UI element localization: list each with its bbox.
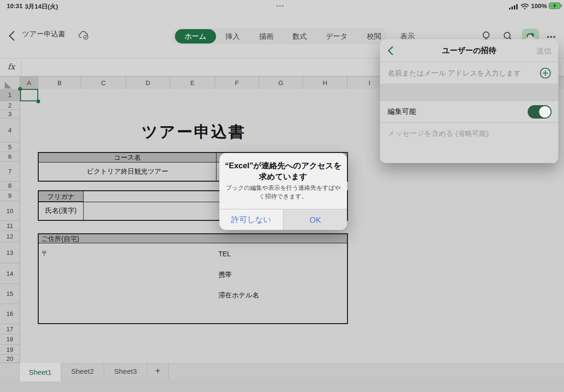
row-header-5[interactable]: 5: [0, 142, 20, 152]
row-header-3[interactable]: 3: [0, 110, 20, 119]
mobile-label: 携帯: [218, 271, 232, 279]
column-header-F[interactable]: F: [215, 76, 259, 89]
alert-body: ブックの編集や表示を行う連絡先をすばや く招待できます。: [219, 184, 347, 201]
status-bar: 10:31 3月14日(火) ••• 100%: [0, 0, 564, 11]
course-header-label: コース名: [39, 153, 216, 162]
row-header-12[interactable]: 12: [0, 231, 20, 242]
battery-percent: 100%: [531, 2, 547, 10]
alert-title: “Excel”が連絡先へのアクセスを 求めています: [219, 160, 347, 182]
row-header-15[interactable]: 15: [0, 284, 20, 304]
add-contact-icon[interactable]: [539, 67, 552, 79]
contacts-permission-alert: “Excel”が連絡先へのアクセスを 求めています ブックの編集や表示を行う連絡…: [219, 153, 347, 230]
tel-label: TEL: [218, 250, 231, 258]
multitask-dots-icon: •••: [276, 3, 285, 9]
column-header-B[interactable]: B: [38, 76, 81, 89]
alert-buttons: 許可しない OK: [219, 209, 347, 230]
row-header-8[interactable]: 8: [0, 182, 20, 190]
row-header-11[interactable]: 11: [0, 221, 20, 231]
alert-title-line1: “Excel”が連絡先へのアクセスを: [219, 160, 347, 171]
invite-input-row[interactable]: 名前またはメール アドレスを入力します: [380, 63, 558, 84]
form-title-cell[interactable]: ツアー申込書: [115, 121, 272, 143]
panel-header: ユーザーの招待 送信: [380, 39, 558, 62]
send-button[interactable]: 送信: [536, 46, 552, 56]
sheet-tab-Sheet2[interactable]: Sheet2: [61, 363, 104, 379]
alert-body-line2: く招待できます。: [219, 192, 347, 201]
battery-icon: [549, 2, 562, 9]
hotel-label: 滞在ホテル名: [218, 291, 259, 300]
sheet-tab-Sheet1[interactable]: Sheet1: [19, 363, 61, 381]
cellular-signal-icon: [509, 4, 519, 10]
column-header-G[interactable]: G: [259, 76, 303, 89]
title-bar: ツアー申込書 ホーム挿入描画数式データ校閲表示 •••: [0, 11, 564, 35]
row-header-9[interactable]: 9: [0, 190, 20, 201]
postal-mark: 〒: [42, 250, 48, 258]
add-sheet-button[interactable]: +: [147, 363, 169, 379]
row-header-6[interactable]: 6: [0, 152, 20, 162]
panel-title: ユーザーの招待: [380, 46, 558, 56]
row-header-13[interactable]: 13: [0, 242, 20, 263]
sheet-tab-Sheet3[interactable]: Sheet3: [104, 363, 147, 379]
message-input[interactable]: メッセージを含める (省略可能): [380, 123, 558, 144]
invite-input-placeholder: 名前またはメール アドレスを入力します: [388, 69, 539, 78]
row-header-14[interactable]: 14: [0, 263, 20, 284]
bottom-strip: [0, 379, 564, 392]
editable-toggle[interactable]: [528, 105, 552, 119]
column-header-C[interactable]: C: [81, 76, 126, 89]
course-value-cell[interactable]: ビクトリア終日観光ツアー: [39, 167, 216, 176]
ok-button[interactable]: OK: [283, 209, 347, 230]
row-header-7[interactable]: 7: [0, 162, 20, 182]
furigana-label: フリガナ: [39, 193, 83, 201]
table-divider: [216, 153, 217, 181]
row-header-1[interactable]: 1: [0, 89, 20, 101]
alert-title-line2: 求めています: [219, 171, 347, 182]
column-header-E[interactable]: E: [170, 76, 215, 89]
row-header-18[interactable]: 18: [0, 334, 20, 345]
column-header-D[interactable]: D: [126, 76, 170, 89]
address-header-label: ご住所(自宅): [41, 235, 79, 243]
clock: 10:31: [7, 2, 22, 10]
alert-body-line1: ブックの編集や表示を行う連絡先をすばや: [219, 184, 347, 192]
address-table[interactable]: ご住所(自宅) 〒 TEL 携帯 滞在ホテル名: [38, 233, 348, 324]
deny-button[interactable]: 許可しない: [219, 209, 283, 230]
row-header-20[interactable]: 20: [0, 355, 20, 363]
editable-row: 編集可能: [380, 101, 558, 123]
panel-spacer: [380, 84, 558, 101]
fx-icon: fx: [8, 62, 15, 71]
selection-handle[interactable]: [18, 87, 22, 91]
column-header-A[interactable]: A: [20, 76, 38, 89]
address-header-row: [39, 234, 347, 243]
name-kanji-label: 氏名(漢字): [39, 207, 83, 215]
row-header-10[interactable]: 10: [0, 201, 20, 221]
row-header-17[interactable]: 17: [0, 324, 20, 334]
column-header-H[interactable]: H: [303, 76, 347, 89]
invite-users-panel: ユーザーの招待 送信 名前またはメール アドレスを入力します 編集可能 メッセー…: [380, 39, 558, 163]
status-date: 3月14日(火): [25, 2, 58, 11]
table-divider: [83, 191, 84, 220]
row-header-16[interactable]: 16: [0, 304, 20, 324]
wifi-icon: [521, 3, 529, 10]
row-header-2[interactable]: 2: [0, 101, 20, 110]
selection-handle[interactable]: [36, 99, 40, 103]
active-cell-selection[interactable]: [20, 89, 38, 101]
toggle-knob: [539, 106, 551, 118]
row-header-4[interactable]: 4: [0, 119, 20, 142]
divider: [21, 61, 22, 74]
row-header-19[interactable]: 19: [0, 345, 20, 355]
editable-label: 編集可能: [388, 107, 528, 116]
